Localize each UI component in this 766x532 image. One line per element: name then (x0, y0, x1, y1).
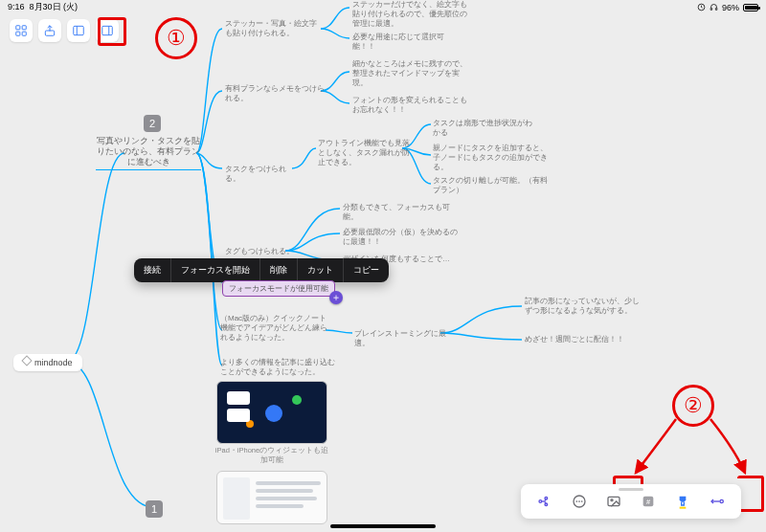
branch-2-title[interactable]: 写真やリンク・タスクを貼りたいのなら、有料プランに進むべき (96, 136, 201, 170)
node-task-sub1a[interactable]: タスクは扇形で進捗状況がわかる (433, 119, 538, 138)
svg-rect-8 (74, 26, 84, 34)
ctx-connect[interactable]: 接続 (134, 258, 171, 282)
node-category[interactable]: 分類もできて、フォーカスも可能。 (343, 203, 458, 222)
context-menu: 接続 フォーカスを開始 削除 カット コピー (134, 258, 389, 282)
root-node[interactable]: mindnode (13, 354, 82, 371)
node-more-info[interactable]: より多くの情報を記事に盛り込むことができるようになった。 (220, 358, 335, 377)
svg-rect-6 (22, 32, 26, 35)
highlighter-button[interactable] (674, 493, 691, 510)
node-memo-sub2[interactable]: フォントの形を変えられることもお忘れなく！！ (352, 96, 467, 115)
headphones-icon (710, 3, 718, 11)
layout-button[interactable] (536, 493, 553, 510)
status-date: 8月30日 (火) (30, 2, 79, 11)
node-sticker[interactable]: ステッカー・写真・絵文字も貼り付けられる。 (225, 19, 321, 38)
screenshot-thumb-light[interactable] (216, 471, 327, 524)
ctx-delete[interactable]: 削除 (260, 258, 298, 282)
widget-caption: iPad・iPhoneのウィジェットも追加可能 (214, 446, 329, 465)
tag-button[interactable]: # (640, 493, 657, 510)
annotation-circle-1: ① (155, 17, 197, 59)
node-sticker-sub1[interactable]: ステッカーだけでなく、絵文字も貼り付けられるので、優先順位の管理に最適。 (352, 0, 467, 29)
branch-badge-2: 2 (144, 115, 161, 132)
status-time: 9:16 (8, 2, 25, 11)
node-brainstorm-sub2[interactable]: めざせ！週間ごとに配信！！ (525, 335, 640, 344)
annotation-circle-2: ② (672, 385, 714, 427)
node-minimum[interactable]: 必要最低限の分（仮）を決めるのに最適！！ (343, 228, 458, 247)
node-task-sub1[interactable]: アウトライン機能でも見落としなく、タスク漏れが防止できる。 (318, 139, 414, 167)
ctx-copy[interactable]: コピー (344, 258, 389, 282)
view-grid-button[interactable] (10, 19, 33, 42)
svg-rect-4 (22, 26, 26, 30)
node-brainstorm[interactable]: ブレインストーミングに最適。 (354, 329, 450, 348)
selected-node-focus-mode[interactable]: フォーカスモードが使用可能 (222, 280, 335, 297)
image-button[interactable] (605, 493, 622, 510)
share-button[interactable] (38, 19, 61, 42)
bottom-toolbar: # (521, 484, 741, 519)
ctx-focus-start[interactable]: フォーカスを開始 (171, 258, 260, 282)
add-child-button[interactable]: ＋ (329, 291, 343, 304)
svg-point-21 (720, 499, 723, 502)
node-quicknote[interactable]: （Mac版のみ）クイックノート機能でアイデアがどんどん練られるようになった。 (220, 314, 330, 343)
node-tag[interactable]: タグもつけられる。 (225, 247, 297, 256)
svg-rect-3 (16, 26, 20, 30)
svg-point-14 (575, 500, 577, 502)
node-task-sub1b[interactable]: 親ノードにタスクを追加すると、子ノードにもタスクの追加ができる。 (433, 144, 548, 172)
svg-rect-5 (16, 32, 20, 35)
svg-rect-2 (715, 8, 717, 10)
node-task[interactable]: タスクをつけられる。 (225, 165, 297, 184)
node-task-sub1c[interactable]: タスクの切り離しが可能。（有料プラン） (433, 176, 548, 195)
toolbar-drag-handle[interactable] (619, 488, 643, 491)
battery-percent: 96% (722, 3, 739, 12)
connect-nodes-button[interactable] (709, 493, 726, 510)
annotation-box-1 (98, 17, 126, 46)
more-button[interactable] (571, 493, 588, 510)
screenshot-thumb-dark[interactable] (216, 381, 327, 444)
svg-point-15 (578, 500, 580, 502)
node-brainstorm-sub1[interactable]: 記事の形になっていないが、少しずつ形になるような気がする。 (525, 297, 640, 316)
node-memo-sub1[interactable]: 細かなところはメモに残すので、整理されたマインドマップを実現。 (352, 59, 467, 88)
battery-icon (743, 4, 758, 11)
outline-button[interactable] (67, 19, 90, 42)
svg-point-18 (611, 499, 613, 501)
node-sticker-sub2[interactable]: 必要な用途に応じて選択可能！！ (352, 33, 458, 52)
branch-badge-1: 1 (146, 500, 163, 518)
svg-rect-1 (710, 8, 712, 10)
orientation-lock-icon (697, 3, 706, 11)
node-memo[interactable]: 有料プランならメモをつけられる。 (225, 84, 330, 103)
home-indicator (330, 524, 436, 528)
svg-point-10 (539, 500, 542, 503)
svg-rect-7 (45, 31, 54, 35)
annotation-box-right (737, 476, 764, 512)
svg-point-16 (581, 500, 583, 502)
ctx-cut[interactable]: カット (298, 258, 344, 282)
